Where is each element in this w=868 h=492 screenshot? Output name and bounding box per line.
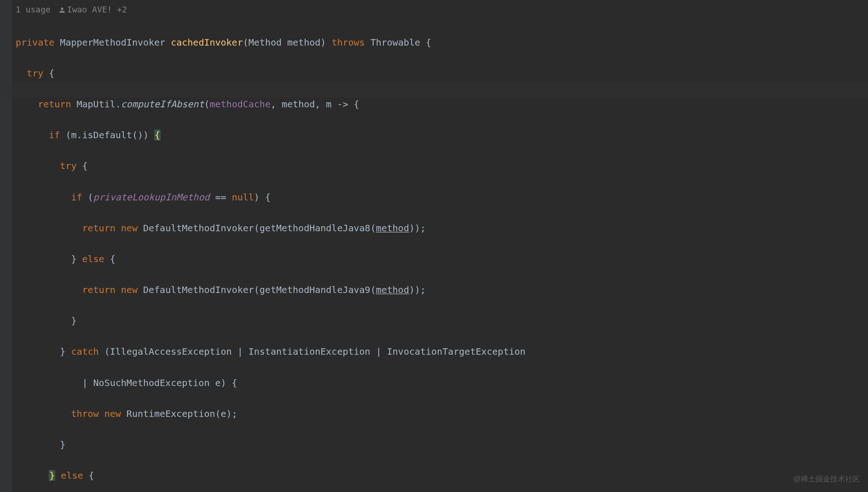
code-line[interactable]: } else { bbox=[16, 252, 638, 267]
code-line[interactable]: if (m.isDefault()) { bbox=[16, 128, 638, 143]
code-line[interactable]: try { bbox=[16, 158, 638, 174]
code-line[interactable]: return MapUtil.computeIfAbsent(methodCac… bbox=[16, 97, 638, 112]
code-line[interactable]: throw new RuntimeException(e); bbox=[16, 406, 638, 422]
code-line[interactable]: private MapperMethodInvoker cachedInvoke… bbox=[16, 35, 638, 51]
code-line[interactable]: return new DefaultMethodInvoker(getMetho… bbox=[16, 282, 638, 298]
code-editor[interactable]: private MapperMethodInvoker cachedInvoke… bbox=[16, 19, 638, 492]
code-line[interactable]: } bbox=[16, 313, 638, 329]
code-line[interactable]: try { bbox=[16, 66, 638, 82]
code-line[interactable]: | NoSuchMethodException e) { bbox=[16, 375, 638, 391]
watermark: @稀土掘金技术社区 bbox=[793, 473, 860, 486]
inlay-hints-header: 1 usage Iwao AVE! +2 bbox=[16, 3, 127, 17]
user-icon bbox=[59, 7, 65, 13]
editor-gutter bbox=[0, 0, 12, 492]
code-line[interactable]: if (privateLookupInMethod == null) { bbox=[16, 190, 638, 205]
author-hint[interactable]: Iwao AVE! +2 bbox=[59, 3, 127, 17]
code-line[interactable]: } else { bbox=[16, 468, 638, 484]
code-line[interactable]: } catch (IllegalAccessException | Instan… bbox=[16, 344, 638, 360]
usages-hint[interactable]: 1 usage bbox=[16, 3, 51, 17]
code-line[interactable]: } bbox=[16, 437, 638, 453]
code-line[interactable]: return new DefaultMethodInvoker(getMetho… bbox=[16, 221, 638, 236]
